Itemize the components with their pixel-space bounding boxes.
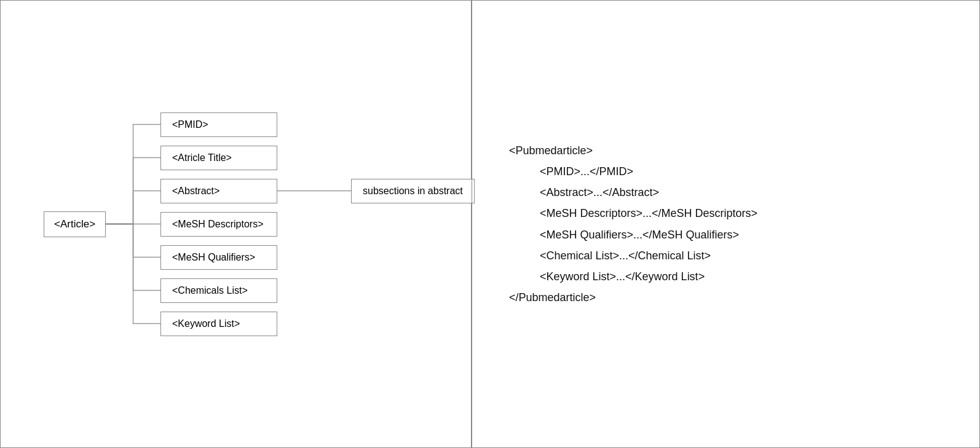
article-node-box: <Article> bbox=[44, 211, 106, 237]
chem-list-line: <Chemical List>...</Chemical List> bbox=[509, 245, 757, 266]
chemicals-list-node: <Chemicals List> bbox=[160, 278, 277, 303]
mesh-qualifiers-node: <MeSH Qualifiers> bbox=[160, 245, 277, 270]
pubmedarticle-open: <Pubmedarticle> bbox=[509, 140, 757, 161]
pubmedarticle-close: </Pubmedarticle> bbox=[509, 287, 757, 308]
keyword-list-node: <Keyword List> bbox=[160, 312, 277, 336]
root-node: <Article> bbox=[44, 211, 106, 237]
pmid-node: <PMID> bbox=[160, 112, 277, 137]
tree-diagram: <Article> <PMID> <Atricle Title> <Abstra… bbox=[25, 19, 459, 429]
mesh-desc-line: <MeSH Descriptors>...</MeSH Descriptors> bbox=[509, 203, 757, 224]
right-panel: <Pubmedarticle><PMID>...</PMID><Abstract… bbox=[472, 0, 980, 448]
keyword-list-line: <Keyword List>...</Keyword List> bbox=[509, 266, 757, 287]
abstract-node: <Abstract> bbox=[160, 179, 277, 203]
subsections-node: subsections in abstract bbox=[351, 179, 475, 203]
mesh-descriptors-node: <MeSH Descriptors> bbox=[160, 212, 277, 237]
xml-listing: <Pubmedarticle><PMID>...</PMID><Abstract… bbox=[509, 140, 757, 308]
article-title-node: <Atricle Title> bbox=[160, 146, 277, 170]
abstract-line: <Abstract>...</Abstract> bbox=[509, 182, 757, 203]
pmid-line: <PMID>...</PMID> bbox=[509, 161, 757, 182]
subsections-label: subsections in abstract bbox=[363, 186, 463, 196]
mesh-qual-line: <MeSH Qualifiers>...</MeSH Qualifiers> bbox=[509, 224, 757, 245]
left-panel: <Article> <PMID> <Atricle Title> <Abstra… bbox=[0, 0, 472, 448]
children-column: <PMID> <Atricle Title> <Abstract> <MeSH … bbox=[160, 112, 277, 336]
